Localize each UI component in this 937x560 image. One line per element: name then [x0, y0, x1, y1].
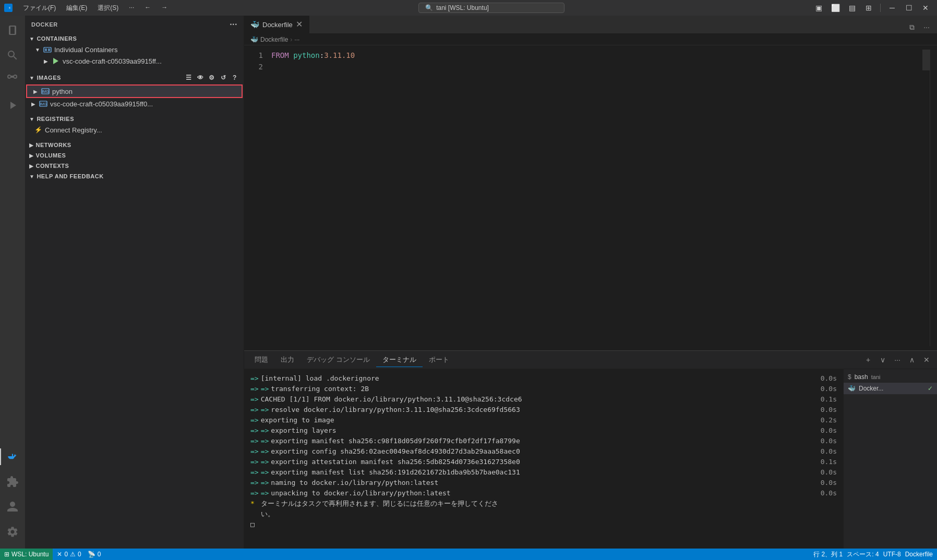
- term-line-5: => exporting to image 0.2s: [250, 415, 837, 425]
- layout-toggle-btn[interactable]: ▣: [811, 2, 826, 14]
- menu-file[interactable]: ファイル(F): [19, 3, 60, 14]
- breadcrumb-icon: 🐳: [250, 36, 258, 43]
- activity-search[interactable]: [0, 43, 25, 68]
- code-editor: 1 2 FROM python : 3.11.10: [244, 45, 937, 350]
- titlebar-center: 🔍 tani [WSL: Ubuntu]: [172, 3, 811, 13]
- code-content[interactable]: FROM python : 3.11.10: [269, 50, 922, 346]
- images-settings-btn[interactable]: ⚙: [207, 73, 217, 82]
- volumes-section-header[interactable]: ▶ VOLUMES: [25, 150, 244, 161]
- tab-ports[interactable]: ポート: [423, 353, 455, 367]
- status-items: ✕ 0 ⚠ 0 📡 0: [53, 551, 105, 558]
- contexts-chevron: ▶: [29, 163, 34, 169]
- activity-run-debug[interactable]: [0, 93, 25, 118]
- term-line-6: => => exporting layers 0.0s: [250, 425, 837, 436]
- new-terminal-btn[interactable]: +: [862, 354, 874, 366]
- status-wsl[interactable]: ⊞ WSL: Ubuntu: [0, 549, 53, 560]
- layout-grid-btn[interactable]: ⊞: [861, 2, 876, 14]
- bash-terminal-item[interactable]: $ bash tani: [844, 371, 937, 383]
- help-section-header[interactable]: ▼ HELP AND FEEDBACK: [25, 171, 244, 181]
- tab-output[interactable]: 出力: [274, 353, 301, 367]
- images-help-btn[interactable]: ?: [230, 73, 239, 82]
- plug-icon: ⚡: [33, 125, 43, 135]
- containers-chevron: ▼: [29, 36, 34, 42]
- container-item[interactable]: ▶ vsc-code-craft-c05039aa9915ff...: [25, 55, 244, 67]
- dockerfile-tab[interactable]: 🐳 Dockerfile ✕: [244, 16, 309, 33]
- container-child-chevron: ▶: [42, 57, 50, 65]
- tab-terminal[interactable]: ターミナル: [376, 353, 423, 367]
- images-actions: ☰ 👁 ⚙ ↺ ?: [184, 73, 239, 82]
- minimize-btn[interactable]: ─: [885, 2, 899, 14]
- colon-separator: :: [320, 50, 324, 61]
- activity-accounts[interactable]: [0, 494, 25, 519]
- tab-debug-console[interactable]: デバッグ コンソール: [301, 353, 376, 367]
- terminal-split-btn[interactable]: ∨: [876, 354, 889, 366]
- warning-count: 0: [78, 551, 81, 558]
- python-image-label: python: [52, 88, 73, 95]
- more-actions-btn[interactable]: ···: [920, 21, 933, 33]
- menu-more[interactable]: ···: [125, 3, 138, 14]
- errors-item[interactable]: ✕ 0 ⚠ 0: [57, 551, 81, 558]
- split-editor-btn[interactable]: ⧉: [906, 21, 918, 33]
- term-line-4: => => resolve docker.io/library/python:3…: [250, 405, 837, 415]
- close-btn[interactable]: ✕: [918, 2, 933, 14]
- dockerfile-tab-close[interactable]: ✕: [296, 20, 303, 29]
- layout-sidebar-btn[interactable]: ⬜: [828, 2, 843, 14]
- connect-registry-item[interactable]: ⚡ Connect Registry...: [25, 124, 244, 136]
- terminal-sidebar: $ bash tani 🐳 Docker... ✓: [843, 369, 937, 549]
- vsc-image-label: vsc-code-craft-c05039aa9915ff0...: [50, 100, 153, 108]
- line-col-item[interactable]: 行 2、列 1: [813, 550, 843, 559]
- individual-containers-item[interactable]: ▼ Individual Containers: [25, 44, 244, 55]
- tab-issues[interactable]: 問題: [248, 353, 274, 367]
- images-refresh-btn[interactable]: ↺: [219, 73, 228, 82]
- nav-back[interactable]: ←: [140, 3, 155, 14]
- menu-select[interactable]: 選択(S): [93, 3, 123, 14]
- nav-forward[interactable]: →: [157, 3, 172, 14]
- main-layout: DOCKER ··· ▼ CONTAINERS ▼ Individual Con…: [0, 16, 937, 549]
- terminal-more-btn[interactable]: ···: [891, 354, 904, 366]
- terminal-main[interactable]: => [internal] load .dockerignore 0.0s =>…: [244, 369, 843, 549]
- spaces-item[interactable]: スペース: 4: [847, 550, 879, 559]
- layout-panel-btn[interactable]: ▤: [845, 2, 859, 14]
- remote-item[interactable]: 📡 0: [88, 551, 101, 558]
- terminal-tabs-bar: 問題 出力 デバッグ コンソール ターミナル ポート + ∨ ··· ∧ ✕: [244, 351, 937, 369]
- activity-docker[interactable]: [0, 444, 25, 469]
- help-label: HELP AND FEEDBACK: [37, 173, 103, 179]
- command-search[interactable]: 🔍 tani [WSL: Ubuntu]: [418, 3, 564, 13]
- search-icon: 🔍: [425, 4, 433, 11]
- images-section-header[interactable]: ▼ IMAGES ☰ 👁 ⚙ ↺ ?: [25, 71, 244, 84]
- images-chevron: ▼: [29, 75, 34, 81]
- activity-extensions[interactable]: [0, 469, 25, 494]
- term-line-11: => => naming to docker.io/library/python…: [250, 478, 837, 488]
- vsc-image-chevron: ▶: [29, 100, 38, 108]
- terminal-area: 問題 出力 デバッグ コンソール ターミナル ポート + ∨ ··· ∧ ✕ =…: [244, 350, 937, 549]
- sidebar-more-btn[interactable]: ···: [230, 20, 237, 29]
- individual-containers-chevron: ▼: [33, 45, 42, 54]
- menu-edit[interactable]: 編集(E): [62, 3, 91, 14]
- images-eye-btn[interactable]: 👁: [196, 73, 205, 82]
- wsl-icon: ⊞: [4, 551, 9, 558]
- terminal-close-btn[interactable]: ✕: [920, 354, 933, 366]
- networks-section-header[interactable]: ▶ NETWORKS: [25, 140, 244, 150]
- encoding-item[interactable]: UTF-8: [883, 551, 901, 558]
- language-item[interactable]: Dockerfile: [905, 551, 933, 558]
- breadcrumb-file[interactable]: Dockerfile: [260, 36, 288, 43]
- error-icon: ✕: [57, 551, 62, 558]
- images-list-btn[interactable]: ☰: [184, 73, 194, 82]
- docker-terminal-item[interactable]: 🐳 Docker... ✓: [844, 383, 937, 394]
- terminal-maximize-btn[interactable]: ∧: [906, 354, 918, 366]
- wsl-label: WSL: Ubuntu: [11, 551, 49, 558]
- containers-section-header[interactable]: ▼ CONTAINERS: [25, 33, 244, 44]
- editor-area: 🐳 Dockerfile ✕ ⧉ ··· 🐳 Dockerfile › ···: [244, 16, 937, 350]
- maximize-btn[interactable]: ☐: [902, 2, 916, 14]
- contexts-section-header[interactable]: ▶ CONTEXTS: [25, 161, 244, 171]
- activity-bar: [0, 16, 25, 549]
- activity-files[interactable]: [0, 18, 25, 43]
- vscode-logo: [4, 4, 13, 12]
- breadcrumb-more[interactable]: ···: [294, 36, 299, 43]
- activity-source-control[interactable]: [0, 68, 25, 93]
- activity-settings[interactable]: [0, 519, 25, 544]
- python-image-item[interactable]: ▶ IMG python: [27, 86, 242, 97]
- editor-scrollbar[interactable]: [930, 50, 937, 346]
- registries-section-header[interactable]: ▼ REGISTRIES: [25, 114, 244, 124]
- vsc-image-item[interactable]: ▶ IMG vsc-code-craft-c05039aa9915ff0...: [25, 98, 244, 109]
